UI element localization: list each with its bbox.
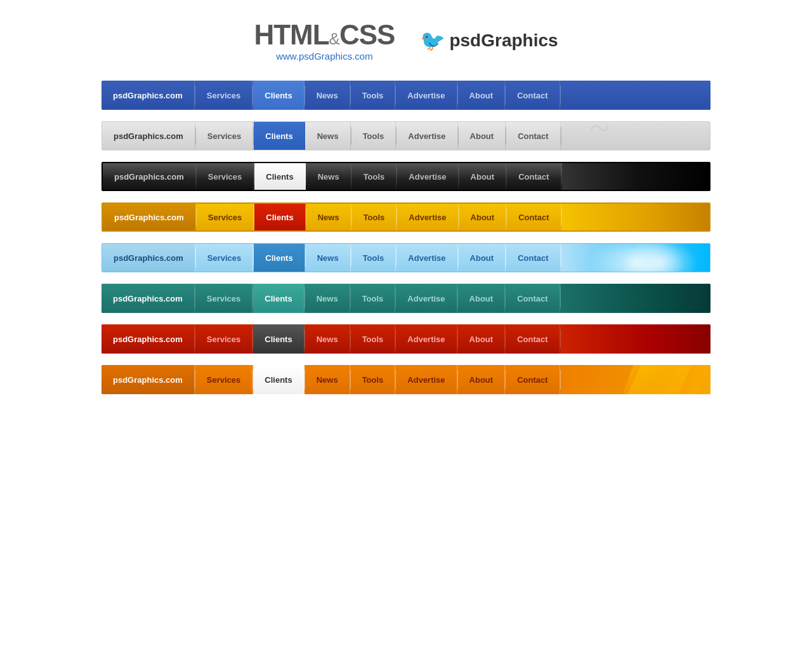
navbar-gold: psdGraphics.com Services Clients News To… xyxy=(102,202,710,232)
nav-spacer-blue xyxy=(561,81,710,110)
nav-news-orange[interactable]: News xyxy=(305,365,350,394)
nav-advertise-gray[interactable]: Advertise xyxy=(396,122,457,150)
html-text: HTML xyxy=(254,19,329,50)
nav-contact-gray[interactable]: Contact xyxy=(506,122,560,150)
nav-advertise-dark[interactable]: Advertise xyxy=(397,163,458,190)
navbars-container: psdGraphics.com Services Clients News To… xyxy=(0,74,812,401)
nav-home-orange[interactable]: psdGraphics.com xyxy=(102,365,195,394)
nav-contact-orange[interactable]: Contact xyxy=(506,365,560,394)
nav-spacer-gray xyxy=(561,122,710,150)
nav-tools-teal[interactable]: Tools xyxy=(351,284,396,313)
nav-news-teal[interactable]: News xyxy=(305,284,350,313)
nav-tools-blue[interactable]: Tools xyxy=(351,81,396,110)
navbar-red: psdGraphics.com Services Clients News To… xyxy=(102,324,710,354)
nav-about-sky[interactable]: About xyxy=(459,244,506,272)
nav-services-teal[interactable]: Services xyxy=(195,284,253,313)
nav-advertise-gold[interactable]: Advertise xyxy=(397,204,458,230)
nav-advertise-sky[interactable]: Advertise xyxy=(396,244,457,272)
nav-services-gray[interactable]: Services xyxy=(196,122,254,150)
nav-spacer-teal xyxy=(561,284,710,313)
nav-services-blue[interactable]: Services xyxy=(195,81,253,110)
nav-home-red[interactable]: psdGraphics.com xyxy=(102,324,195,354)
nav-clients-gold[interactable]: Clients xyxy=(254,204,305,230)
nav-services-red[interactable]: Services xyxy=(195,324,253,354)
nav-clients-blue[interactable]: Clients xyxy=(253,81,304,110)
nav-about-gold[interactable]: About xyxy=(459,204,507,230)
nav-tools-orange[interactable]: Tools xyxy=(351,365,396,394)
navbar-gray: psdGraphics.com Services Clients News To… xyxy=(102,121,710,150)
header-title: HTML&CSS xyxy=(254,19,395,51)
nav-services-dark[interactable]: Services xyxy=(197,163,254,190)
nav-home-teal[interactable]: psdGraphics.com xyxy=(102,284,195,313)
nav-advertise-red[interactable]: Advertise xyxy=(396,324,457,354)
nav-advertise-teal[interactable]: Advertise xyxy=(396,284,457,313)
nav-home-blue[interactable]: psdGraphics.com xyxy=(102,81,195,110)
nav-clients-red[interactable]: Clients xyxy=(253,324,304,354)
nav-spacer-red xyxy=(561,324,710,354)
logo-text: psdGraphics xyxy=(449,30,558,51)
navbar-sky: psdGraphics.com Services Clients News To… xyxy=(102,243,710,272)
nav-about-teal[interactable]: About xyxy=(458,284,506,313)
nav-about-blue[interactable]: About xyxy=(458,81,506,110)
nav-services-sky[interactable]: Services xyxy=(196,244,254,272)
subtitle: www.psdGraphics.com xyxy=(254,51,395,62)
logo-area: 🐦 psdGraphics xyxy=(420,29,558,53)
nav-news-dark[interactable]: News xyxy=(306,163,351,190)
amp-text: & xyxy=(329,29,339,48)
header-text-block: HTML&CSS www.psdGraphics.com xyxy=(254,19,395,62)
nav-news-sky[interactable]: News xyxy=(306,244,351,272)
nav-news-red[interactable]: News xyxy=(305,324,350,354)
navbar-teal: psdGraphics.com Services Clients News To… xyxy=(102,284,710,313)
header: HTML&CSS www.psdGraphics.com 🐦 psdGraphi… xyxy=(0,0,812,74)
nav-about-orange[interactable]: About xyxy=(458,365,506,394)
nav-contact-sky[interactable]: Contact xyxy=(506,244,560,272)
nav-clients-gray[interactable]: Clients xyxy=(254,122,304,150)
nav-tools-sky[interactable]: Tools xyxy=(351,244,396,272)
nav-tools-gold[interactable]: Tools xyxy=(352,204,397,230)
nav-spacer-sky xyxy=(561,244,710,272)
nav-news-gold[interactable]: News xyxy=(306,204,351,230)
nav-tools-red[interactable]: Tools xyxy=(351,324,396,354)
nav-contact-dark[interactable]: Contact xyxy=(507,163,561,190)
navbar-blue: psdGraphics.com Services Clients News To… xyxy=(102,81,710,110)
nav-contact-red[interactable]: Contact xyxy=(506,324,560,354)
nav-clients-orange[interactable]: Clients xyxy=(253,365,304,394)
nav-news-blue[interactable]: News xyxy=(305,81,350,110)
bird-icon: 🐦 xyxy=(420,29,445,53)
nav-contact-blue[interactable]: Contact xyxy=(506,81,560,110)
nav-clients-sky[interactable]: Clients xyxy=(254,244,304,272)
css-text: CSS xyxy=(339,19,395,50)
nav-contact-teal[interactable]: Contact xyxy=(506,284,560,313)
nav-tools-dark[interactable]: Tools xyxy=(352,163,397,190)
nav-spacer-orange xyxy=(561,365,710,394)
nav-contact-gold[interactable]: Contact xyxy=(507,204,561,230)
navbar-orange: psdGraphics.com Services Clients News To… xyxy=(102,365,710,394)
nav-home-gray[interactable]: psdGraphics.com xyxy=(102,122,195,150)
nav-spacer-dark xyxy=(562,163,709,190)
nav-advertise-blue[interactable]: Advertise xyxy=(396,81,457,110)
navbar-dark: psdGraphics.com Services Clients News To… xyxy=(102,162,710,191)
nav-home-dark[interactable]: psdGraphics.com xyxy=(103,163,196,190)
nav-services-gold[interactable]: Services xyxy=(197,204,254,230)
nav-advertise-orange[interactable]: Advertise xyxy=(396,365,457,394)
nav-tools-gray[interactable]: Tools xyxy=(351,122,396,150)
nav-spacer-gold xyxy=(562,204,709,230)
nav-news-gray[interactable]: News xyxy=(306,122,351,150)
nav-clients-dark[interactable]: Clients xyxy=(254,163,305,190)
nav-about-red[interactable]: About xyxy=(458,324,506,354)
nav-home-gold[interactable]: psdGraphics.com xyxy=(103,204,196,230)
nav-clients-teal[interactable]: Clients xyxy=(253,284,304,313)
nav-home-sky[interactable]: psdGraphics.com xyxy=(102,244,195,272)
nav-services-orange[interactable]: Services xyxy=(195,365,253,394)
nav-about-dark[interactable]: About xyxy=(459,163,507,190)
nav-about-gray[interactable]: About xyxy=(459,122,506,150)
